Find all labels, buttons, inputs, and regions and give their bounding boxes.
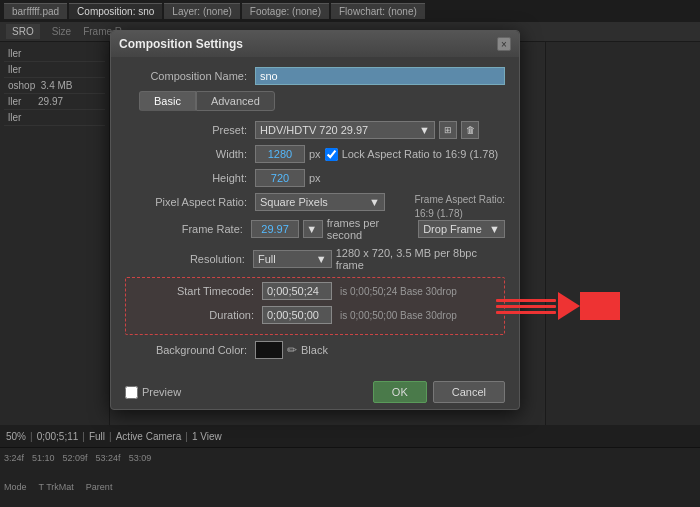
dialog-close-button[interactable]: ×	[497, 37, 511, 51]
left-panel-row-5: ller	[4, 110, 105, 126]
width-value[interactable]: 1280	[255, 145, 305, 163]
tab-composition[interactable]: Composition: sno	[69, 3, 162, 19]
zoom-level[interactable]: 50%	[6, 431, 26, 442]
drop-frame-select[interactable]: Drop Frame ▼	[418, 220, 505, 238]
pixel-aspect-control: Square Pixels ▼	[255, 193, 385, 211]
resolution-row: Resolution: Full ▼ 1280 x 720, 3.5 MB pe…	[125, 247, 505, 271]
camera-display[interactable]: Active Camera	[116, 431, 182, 442]
left-panel: ller ller oshop 3.4 MB ller 29.97 ller	[0, 42, 110, 427]
height-row: Height: 720 px	[125, 169, 505, 187]
panel-sro[interactable]: SRO	[6, 24, 40, 39]
preset-label: Preset:	[125, 124, 255, 136]
frame-aspect-info: Frame Aspect Ratio: 16:9 (1.78)	[414, 193, 505, 221]
start-timecode-label: Start Timecode:	[132, 285, 262, 297]
resolution-display[interactable]: Full	[89, 431, 105, 442]
resolution-desc: 1280 x 720, 3.5 MB per 8bpc frame	[336, 247, 505, 271]
duration-label: Duration:	[132, 309, 262, 321]
resolution-select[interactable]: Full ▼	[253, 250, 332, 268]
height-label: Height:	[125, 172, 255, 184]
duration-desc: is 0;00;50;00 Base 30drop	[340, 310, 457, 321]
width-unit: px	[309, 148, 321, 160]
preset-icon-btn-1[interactable]: ⊞	[439, 121, 457, 139]
pixel-aspect-label: Pixel Aspect Ratio:	[125, 196, 255, 208]
height-control: 720 px	[255, 169, 321, 187]
frame-rate-label: Frame Rate:	[125, 223, 251, 235]
left-panel-row-1: ller	[4, 46, 105, 62]
tab-footage[interactable]: Footage: (none)	[242, 3, 329, 19]
preview-label[interactable]: Preview	[125, 386, 181, 399]
time-display: 0;00;5;11	[37, 431, 79, 442]
width-label: Width:	[125, 148, 255, 160]
ok-button[interactable]: OK	[373, 381, 427, 403]
arrow-lines	[496, 299, 556, 314]
dialog-title: Composition Settings	[119, 37, 243, 51]
duration-control: is 0;00;50;00 Base 30drop	[262, 306, 457, 324]
composition-settings-dialog: Composition Settings × Composition Name:…	[110, 30, 520, 410]
timeline-area: 3:24f 51:10 52:09f 53:24f 53:09 Mode T T…	[0, 447, 700, 507]
left-panel-row-3: oshop 3.4 MB	[4, 78, 105, 94]
timeline-label-3: 52:09f	[63, 453, 88, 463]
timeline-label-5: 53:09	[129, 453, 152, 463]
timecode-section: Start Timecode: is 0;00;50;24 Base 30dro…	[125, 277, 505, 335]
width-control: 1280 px Lock Aspect Ratio to 16:9 (1.78)	[255, 145, 498, 163]
cancel-button[interactable]: Cancel	[433, 381, 505, 403]
timeline-label-2: 51:10	[32, 453, 55, 463]
pixel-aspect-row: Pixel Aspect Ratio: Square Pixels ▼ Fram…	[125, 193, 505, 211]
timeline-parent-label: Parent	[86, 482, 113, 492]
width-row: Width: 1280 px Lock Aspect Ratio to 16:9…	[125, 145, 505, 163]
timeline-label-4: 53:24f	[96, 453, 121, 463]
dialog-body: Composition Name: Basic Advanced Preset:…	[111, 57, 519, 375]
comp-name-input[interactable]	[255, 67, 505, 85]
arrow-line-1	[496, 299, 556, 302]
resolution-control: Full ▼ 1280 x 720, 3.5 MB per 8bpc frame	[253, 247, 505, 271]
tab-layer[interactable]: Layer: (none)	[164, 3, 239, 19]
start-timecode-row: Start Timecode: is 0;00;50;24 Base 30dro…	[132, 282, 498, 300]
preview-checkbox[interactable]	[125, 386, 138, 399]
timeline-mode-label: Mode	[4, 482, 27, 492]
left-panel-row-4: ller 29.97	[4, 94, 105, 110]
bg-color-name: Black	[301, 344, 328, 356]
start-timecode-desc: is 0;00;50;24 Base 30drop	[340, 286, 457, 297]
timeline-trkmat-label: T TrkMat	[39, 482, 74, 492]
duration-row: Duration: is 0;00;50;00 Base 30drop	[132, 306, 498, 324]
tab-pad[interactable]: barfffff.pad	[4, 3, 67, 19]
resolution-label: Resolution:	[125, 253, 253, 265]
dialog-buttons: OK Cancel	[373, 381, 505, 403]
bottom-bar: 50% | 0;00;5;11 | Full | Active Camera |…	[0, 425, 700, 447]
pencil-icon[interactable]: ✏	[287, 343, 297, 357]
right-panel	[545, 42, 700, 427]
bg-color-label: Background Color:	[125, 344, 255, 356]
timecode-section-wrapper: Start Timecode: is 0;00;50;24 Base 30dro…	[125, 277, 505, 335]
lock-aspect-checkbox[interactable]	[325, 148, 338, 161]
frame-rate-dropdown[interactable]: ▼	[303, 220, 322, 238]
comp-name-row: Composition Name:	[125, 67, 505, 85]
frame-rate-value[interactable]: 29.97	[251, 220, 299, 238]
lock-aspect-label[interactable]: Lock Aspect Ratio to 16:9 (1.78)	[325, 148, 499, 161]
bg-color-control: ✏ Black	[255, 341, 328, 359]
pixel-aspect-select[interactable]: Square Pixels ▼	[255, 193, 385, 211]
bg-color-row: Background Color: ✏ Black	[125, 341, 505, 359]
start-timecode-control: is 0;00;50;24 Base 30drop	[262, 282, 457, 300]
dialog-titlebar: Composition Settings ×	[111, 31, 519, 57]
timeline-inner: Mode T TrkMat Parent	[0, 467, 700, 507]
timeline-label-1: 3:24f	[4, 453, 24, 463]
dialog-bottom-row: Preview OK Cancel	[111, 375, 519, 409]
duration-input[interactable]	[262, 306, 332, 324]
preset-row: Preset: HDV/HDTV 720 29.97 ▼ ⊞ 🗑	[125, 121, 505, 139]
preset-icon-btn-2[interactable]: 🗑	[461, 121, 479, 139]
tab-flowchart[interactable]: Flowchart: (none)	[331, 3, 425, 19]
height-value[interactable]: 720	[255, 169, 305, 187]
tabs-row: Basic Advanced	[125, 91, 505, 111]
bg-color-swatch[interactable]	[255, 341, 283, 359]
top-bar: barfffff.pad Composition: sno Layer: (no…	[0, 0, 700, 22]
red-arrow-annotation	[496, 292, 620, 320]
arrow-line-3	[496, 311, 556, 314]
start-timecode-input[interactable]	[262, 282, 332, 300]
views-display[interactable]: 1 View	[192, 431, 222, 442]
preset-control: HDV/HDTV 720 29.97 ▼ ⊞ 🗑	[255, 121, 479, 139]
preset-select[interactable]: HDV/HDTV 720 29.97 ▼	[255, 121, 435, 139]
tab-basic[interactable]: Basic	[139, 91, 196, 111]
tab-advanced[interactable]: Advanced	[196, 91, 275, 111]
arrow-block	[580, 292, 620, 320]
arrow-line-2	[496, 305, 556, 308]
